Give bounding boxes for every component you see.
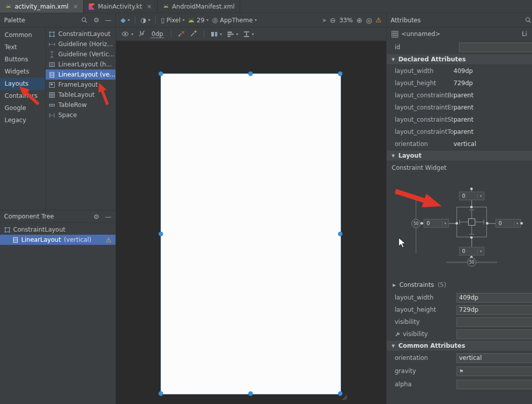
margin-bottom-dropdown[interactable]: 0▾	[459, 247, 484, 255]
minimize-icon[interactable]: —	[105, 213, 111, 220]
view-options[interactable]: ▾	[121, 30, 133, 38]
palette-item-guideline-vertical[interactable]: Guideline (Vertic...	[46, 49, 116, 59]
api-level-selector[interactable]: 29▾	[188, 17, 208, 24]
zoom-to-fit-button[interactable]: ◎	[366, 17, 372, 24]
palette-item-tablelayout[interactable]: TableLayout	[46, 90, 116, 100]
gravity-flag-icon[interactable]: ⚑	[459, 369, 464, 374]
overflow-chevrons-icon[interactable]: »	[322, 17, 326, 23]
close-icon[interactable]: ×	[73, 3, 78, 10]
declared-row[interactable]: orientationvertical	[387, 138, 532, 150]
clear-constraints-button[interactable]	[178, 30, 185, 39]
zoom-out-button[interactable]: ⊖	[330, 17, 336, 24]
declared-row[interactable]: layout_constraintTop_tparent	[387, 126, 532, 138]
horizontal-bias-handle[interactable]: 50	[467, 258, 476, 267]
constraint-anchor-dot[interactable]	[486, 222, 488, 225]
device-selector[interactable]: ▯Pixel▾	[161, 17, 184, 24]
selection-handle-bottom-left[interactable]	[159, 391, 163, 396]
search-icon[interactable]	[525, 17, 531, 23]
align-menu[interactable]: ▾	[227, 31, 238, 38]
distribute-menu[interactable]: ▾	[243, 31, 254, 38]
infer-constraints-button[interactable]	[190, 30, 197, 39]
design-surface-selector[interactable]: ◆▾	[121, 17, 130, 23]
night-mode-selector[interactable]: ◑▾	[140, 17, 150, 23]
tools-visibility-row: visibility	[387, 328, 532, 340]
id-input[interactable]	[459, 43, 532, 52]
orientation-input[interactable]	[457, 353, 532, 363]
palette-category-google[interactable]: Google	[0, 102, 45, 114]
selection-handle-top-right[interactable]	[338, 71, 343, 76]
selection-handle-middle-right[interactable]	[338, 232, 343, 236]
layout-height-input[interactable]	[457, 305, 532, 315]
layout-width-input[interactable]	[457, 293, 532, 303]
palette-item-framelayout[interactable]: FrameLayout	[46, 80, 116, 90]
palette-category-containers[interactable]: Containers	[0, 90, 45, 102]
tree-item-linearlayout-vertical[interactable]: LinearLayout(vertical) ⚠	[0, 235, 116, 245]
tools-visibility-input[interactable]	[457, 329, 532, 339]
palette-category-common[interactable]: Common	[0, 29, 45, 41]
palette-item-linearlayout-vertical[interactable]: LinearLayout (ve...	[46, 69, 116, 80]
default-margin-selector[interactable]: 0dp	[150, 30, 164, 38]
section-expanded-icon: ▼	[392, 154, 395, 158]
declared-row[interactable]: layout_height729dp	[387, 77, 532, 89]
zoom-in-button[interactable]: ⊕	[356, 17, 362, 24]
selection-handle-top-left[interactable]	[159, 71, 163, 76]
palette-category-text[interactable]: Text	[0, 41, 45, 53]
constraint-anchor-dot[interactable]	[470, 206, 473, 208]
selection-handle-bottom-center[interactable]	[248, 391, 253, 396]
palette-item-guideline-horizontal[interactable]: Guideline (Horiz...	[46, 39, 116, 49]
palette-item-linearlayout-horizontal[interactable]: LinearLayout (h...	[46, 59, 116, 69]
resize-grip-icon[interactable]	[343, 395, 347, 400]
declared-row[interactable]: layout_constraintBottoparent	[387, 89, 532, 101]
palette-category-widgets[interactable]: Widgets	[0, 65, 45, 78]
tab-activity-main-xml[interactable]: activity_main.xml ×	[0, 0, 84, 13]
selection-handle-middle-left[interactable]	[159, 232, 163, 236]
palette-category-layouts[interactable]: Layouts	[0, 78, 45, 90]
palette-item-space[interactable]: Space	[46, 110, 116, 120]
constraint-anchor-dot[interactable]	[520, 222, 523, 225]
gear-icon[interactable]: ⚙	[93, 213, 99, 220]
warning-icon[interactable]: ⚠	[105, 237, 111, 243]
margin-left-dropdown[interactable]: 0▾	[424, 219, 449, 228]
selection-handle-top-center[interactable]	[248, 71, 253, 76]
palette-category-legacy[interactable]: Legacy	[0, 114, 45, 126]
constraint-anchor-dot[interactable]	[470, 236, 473, 239]
margin-right-dropdown[interactable]: 0▾	[496, 219, 521, 228]
declared-attributes-section[interactable]: ▼ Declared Attributes	[387, 54, 532, 65]
autoconnect-toggle[interactable]	[138, 30, 145, 39]
palette-item-constraintlayout[interactable]: ConstraintLayout	[46, 29, 116, 39]
visibility-input[interactable]	[457, 317, 532, 327]
device-artboard[interactable]	[161, 74, 340, 394]
gravity-input[interactable]: ⚑	[457, 366, 532, 376]
tab-androidmanifest-xml[interactable]: AndroidManifest.xml	[158, 0, 241, 13]
minimize-icon[interactable]: —	[105, 17, 111, 23]
declared-row[interactable]: layout_constraintStart_parent	[387, 114, 532, 126]
alpha-input[interactable]	[457, 380, 532, 389]
declared-row[interactable]: layout_constraintEnd_tparent	[387, 101, 532, 114]
design-canvas[interactable]	[116, 41, 386, 404]
selection-handle-bottom-right[interactable]	[338, 391, 343, 396]
gear-icon[interactable]: ⚙	[93, 17, 99, 23]
search-icon[interactable]	[81, 17, 88, 23]
palette-item-tablerow[interactable]: TableRow	[46, 100, 116, 110]
constraint-widget-square[interactable]	[457, 207, 487, 237]
palette-items: ConstraintLayout Guideline (Horiz... Gui…	[46, 27, 116, 210]
orientation-row: orientation	[387, 351, 532, 364]
tab-mainactivity-kt[interactable]: MainActivity.kt ×	[84, 0, 157, 13]
palette-category-buttons[interactable]: Buttons	[0, 53, 45, 65]
tree-item-constraintlayout[interactable]: ConstraintLayout	[0, 225, 116, 235]
pack-menu[interactable]: ▾	[211, 31, 222, 38]
layout-section[interactable]: ▼ Layout	[387, 150, 532, 161]
constraint-widget[interactable]: 0▾ 0▾ 0▾ 0▾ 50 50	[387, 174, 532, 278]
declared-row[interactable]: layout_width409dp	[387, 65, 532, 77]
common-attributes-section[interactable]: ▼ Common Attributes	[387, 340, 532, 351]
constraint-anchor-dot[interactable]	[421, 222, 423, 225]
vertical-bias-handle[interactable]: 50	[411, 219, 421, 228]
constraint-anchor-dot[interactable]	[455, 222, 458, 225]
render-warning-icon[interactable]: ⚠	[375, 17, 382, 23]
close-icon[interactable]: ×	[147, 3, 152, 10]
constraints-group-row[interactable]: ▶ Constraints (5)	[387, 278, 532, 291]
constraint-anchor-dot[interactable]	[470, 188, 473, 190]
margin-top-dropdown[interactable]: 0▾	[459, 192, 484, 200]
theme-icon: ◎	[212, 17, 218, 23]
theme-selector[interactable]: ◎AppTheme▾	[212, 17, 257, 24]
